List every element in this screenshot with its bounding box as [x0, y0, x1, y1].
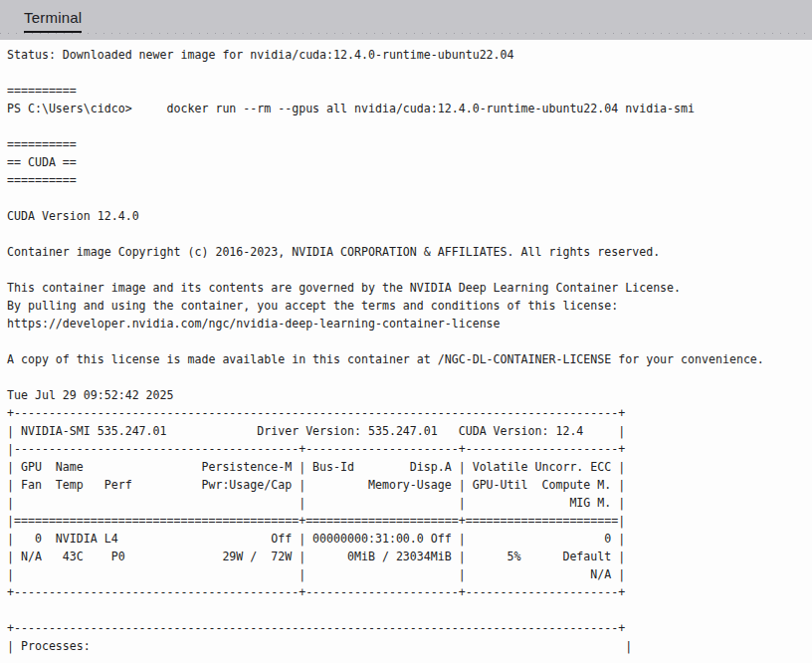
tab-bar: Terminal: [0, 0, 812, 40]
tab-terminal[interactable]: Terminal: [24, 9, 82, 33]
tabstrip-dotted-baseline: [0, 33, 812, 35]
terminal-window: Terminal Status: Downloaded newer image …: [0, 0, 812, 663]
tab-terminal-label: Terminal: [24, 9, 82, 26]
terminal-output-area[interactable]: Status: Downloaded newer image for nvidi…: [0, 40, 812, 663]
terminal-output: Status: Downloaded newer image for nvidi…: [7, 46, 812, 655]
